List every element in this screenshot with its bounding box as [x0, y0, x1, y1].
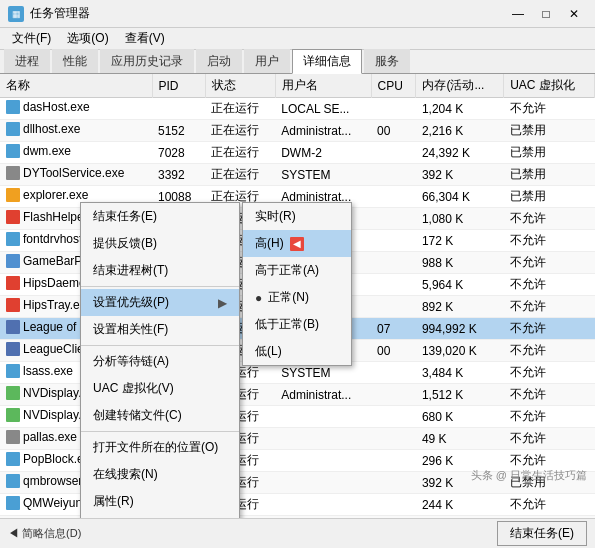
maximize-button[interactable]: □ [533, 4, 559, 24]
main-content: 名称 PID 状态 用户名 CPU 内存(活动... UAC 虚拟化 dasHo… [0, 74, 595, 518]
process-icon [6, 122, 20, 136]
process-icon [6, 276, 20, 290]
col-header-name[interactable]: 名称 [0, 74, 152, 98]
process-cpu [371, 516, 416, 519]
process-icon [6, 408, 20, 422]
process-user [275, 494, 371, 516]
process-mem: 892 K [416, 296, 504, 318]
sub-low[interactable]: 低(L) [243, 338, 351, 365]
process-uac: 不允许 [504, 230, 595, 252]
process-icon [6, 166, 20, 180]
process-icon [6, 342, 20, 356]
menu-view[interactable]: 查看(V) [117, 28, 173, 49]
table-row[interactable]: dwm.exe 7028 正在运行 DWM-2 24,392 K 已禁用 [0, 142, 595, 164]
col-header-pid[interactable]: PID [152, 74, 205, 98]
sub-above-normal[interactable]: 高于正常(A) [243, 257, 351, 284]
ctx-properties[interactable]: 属性(R) [81, 488, 239, 515]
process-cpu [371, 406, 416, 428]
ctx-affinity[interactable]: 设置相关性(F) [81, 316, 239, 343]
context-menu: 结束任务(E) 提供反馈(B) 结束进程树(T) 设置优先级(P) ▶ 设置相关… [80, 202, 240, 518]
process-user: SYSTEM [275, 164, 371, 186]
ctx-search-online[interactable]: 在线搜索(N) [81, 461, 239, 488]
table-row[interactable]: dllhost.exe 5152 正在运行 Administrat... 00 … [0, 120, 595, 142]
process-icon [6, 298, 20, 312]
process-uac: 不允许 [504, 406, 595, 428]
process-cpu [371, 362, 416, 384]
close-button[interactable]: ✕ [561, 4, 587, 24]
col-header-cpu[interactable]: CPU [371, 74, 416, 98]
process-cpu: 00 [371, 340, 416, 362]
table-row[interactable]: dasHost.exe 正在运行 LOCAL SE... 1,204 K 不允许 [0, 98, 595, 120]
process-name: dllhost.exe [23, 122, 80, 136]
menu-bar: 文件(F) 选项(O) 查看(V) [0, 28, 595, 50]
priority-submenu: 实时(R) 高(H) ◀ 高于正常(A) ● 正常(N) 低于正常(B) 低(L… [242, 202, 352, 366]
sub-high[interactable]: 高(H) ◀ [243, 230, 351, 257]
process-mem: 24,392 K [416, 142, 504, 164]
process-icon [6, 144, 20, 158]
ctx-set-priority[interactable]: 设置优先级(P) ▶ [81, 289, 239, 316]
process-icon [6, 210, 20, 224]
process-user: Administrat... [275, 384, 371, 406]
process-icon [6, 474, 20, 488]
ctx-feedback[interactable]: 提供反馈(B) [81, 230, 239, 257]
process-icon [6, 232, 20, 246]
collapse-info[interactable]: ◀ 简略信息(D) [8, 526, 81, 541]
process-icon [6, 188, 20, 202]
tab-bar: 进程 性能 应用历史记录 启动 用户 详细信息 服务 [0, 50, 595, 74]
sub-below-normal[interactable]: 低于正常(B) [243, 311, 351, 338]
tab-details[interactable]: 详细信息 [292, 49, 362, 74]
sub-realtime[interactable]: 实时(R) [243, 203, 351, 230]
process-uac: 已禁用 [504, 142, 595, 164]
table-header: 名称 PID 状态 用户名 CPU 内存(活动... UAC 虚拟化 [0, 74, 595, 98]
tab-app-history[interactable]: 应用历史记录 [100, 49, 194, 73]
minimize-button[interactable]: — [505, 4, 531, 24]
process-cpu [371, 274, 416, 296]
process-icon [6, 100, 20, 114]
process-pid: 3392 [152, 164, 205, 186]
process-mem: 49 K [416, 428, 504, 450]
ctx-end-tree[interactable]: 结束进程树(T) [81, 257, 239, 284]
submenu-arrow: ▶ [218, 296, 227, 310]
process-user [275, 516, 371, 519]
col-header-uac[interactable]: UAC 虚拟化 [504, 74, 595, 98]
process-uac: 不允许 [504, 208, 595, 230]
tab-startup[interactable]: 启动 [196, 49, 242, 73]
tab-services[interactable]: 服务 [364, 49, 410, 73]
process-user [275, 406, 371, 428]
ctx-goto-services[interactable]: 转到服务(S) [81, 515, 239, 518]
process-name: explorer.exe [23, 188, 88, 202]
ctx-end-task[interactable]: 结束任务(E) [81, 203, 239, 230]
col-header-mem[interactable]: 内存(活动... [416, 74, 504, 98]
col-header-user[interactable]: 用户名 [275, 74, 371, 98]
process-cpu [371, 252, 416, 274]
end-task-button[interactable]: 结束任务(E) [497, 521, 587, 546]
process-name: dwm.exe [23, 144, 71, 158]
col-header-status[interactable]: 状态 [205, 74, 275, 98]
process-uac: 已禁用 [504, 120, 595, 142]
process-mem: 139,020 K [416, 340, 504, 362]
ctx-wait-chain[interactable]: 分析等待链(A) [81, 348, 239, 375]
menu-options[interactable]: 选项(O) [59, 28, 116, 49]
sub-normal[interactable]: ● 正常(N) [243, 284, 351, 311]
process-cpu [371, 186, 416, 208]
process-uac: 不允许 [504, 362, 595, 384]
process-status: 正在运行 [205, 164, 275, 186]
process-uac: 已禁用 [504, 164, 595, 186]
menu-file[interactable]: 文件(F) [4, 28, 59, 49]
process-user [275, 428, 371, 450]
tab-performance[interactable]: 性能 [52, 49, 98, 73]
tab-users[interactable]: 用户 [244, 49, 290, 73]
ctx-dump-file[interactable]: 创建转储文件(C) [81, 402, 239, 429]
process-status: 正在运行 [205, 98, 275, 120]
ctx-uac-virt[interactable]: UAC 虚拟化(V) [81, 375, 239, 402]
process-cpu [371, 164, 416, 186]
process-icon [6, 430, 20, 444]
process-icon [6, 320, 20, 334]
process-mem: 1,512 K [416, 384, 504, 406]
process-pid: 5152 [152, 120, 205, 142]
process-uac: 不允许 [504, 296, 595, 318]
process-cpu [371, 142, 416, 164]
ctx-open-location[interactable]: 打开文件所在的位置(O) [81, 434, 239, 461]
tab-processes[interactable]: 进程 [4, 49, 50, 73]
table-row[interactable]: DYToolService.exe 3392 正在运行 SYSTEM 392 K… [0, 164, 595, 186]
